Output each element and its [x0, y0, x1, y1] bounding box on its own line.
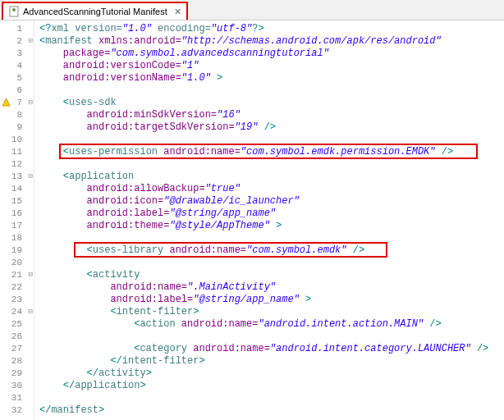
code-line: <uses-sdk [39, 96, 504, 108]
code-line: <action android:name="android.intent.act… [39, 317, 504, 330]
gutter-line: 26 [0, 330, 34, 342]
svg-point-1 [12, 8, 16, 11]
gutter-line: 19 [0, 244, 34, 256]
gutter-line: 30 [0, 379, 34, 391]
manifest-file-icon [8, 6, 20, 17]
code-line [39, 256, 504, 268]
editor-tab[interactable]: AdvancedScanningTutorial Manifest ✕ [2, 2, 188, 20]
code-area[interactable]: <?xml version="1.0" encoding="utf-8"?><m… [34, 21, 504, 420]
gutter-line: 5 [0, 71, 34, 84]
code-editor[interactable]: 12⊟34567⊟8910111213⊟1415161718192021⊟222… [0, 21, 504, 420]
gutter-line: 2⊟ [0, 34, 34, 47]
close-tab-icon[interactable]: ✕ [174, 7, 181, 17]
code-line: android:icon="@drawable/ic_launcher" [39, 194, 504, 207]
code-line: android:versionName="1.0" > [39, 71, 504, 84]
tab-bar: AdvancedScanningTutorial Manifest ✕ [0, 0, 504, 21]
gutter-line: 13⊟ [0, 170, 34, 182]
code-line: </manifest> [39, 404, 504, 416]
warning-icon [2, 98, 11, 107]
gutter-line: 15 [0, 194, 34, 207]
tab-title: AdvancedScanningTutorial Manifest [23, 7, 167, 16]
gutter-line: 3 [0, 47, 34, 59]
code-line: android:versionCode="1" [39, 59, 504, 71]
code-line: android:minSdkVersion="16" [39, 108, 504, 121]
code-line: <?xml version="1.0" encoding="utf-8"?> [39, 22, 504, 34]
gutter-line: 12 [0, 158, 34, 170]
gutter-line: 11 [0, 145, 34, 158]
gutter-line: 25 [0, 317, 34, 330]
code-line: <application [39, 170, 504, 182]
gutter-line: 7⊟ [0, 96, 34, 108]
gutter-line: 28 [0, 354, 34, 367]
code-line [39, 330, 504, 342]
gutter-line: 4 [0, 59, 34, 71]
gutter-line: 8 [0, 108, 34, 121]
code-line: android:label="@string/app_name" [39, 207, 504, 219]
code-line: <uses-library android:name="com.symbol.e… [39, 244, 504, 256]
gutter-line: 6 [0, 84, 34, 96]
gutter-line: 17 [0, 219, 34, 231]
code-line: </application> [39, 379, 504, 391]
gutter-line: 20 [0, 256, 34, 268]
code-line [39, 158, 504, 170]
fold-toggle-icon[interactable]: ⊟ [29, 171, 33, 180]
code-line: package="com.symbol.advancedscanningtuto… [39, 47, 504, 59]
code-line: </activity> [39, 367, 504, 379]
code-line: <activity [39, 268, 504, 281]
gutter-line: 27 [0, 342, 34, 354]
code-line: <intent-filter> [39, 305, 504, 317]
gutter-line: 21⊟ [0, 268, 34, 281]
code-line: <manifest xmlns:android="http://schemas.… [39, 34, 504, 47]
gutter-line: 32 [0, 404, 34, 416]
code-line: <uses-permission android:name="com.symbo… [39, 145, 504, 158]
fold-toggle-icon[interactable]: ⊟ [29, 270, 33, 279]
gutter-line: 23 [0, 293, 34, 305]
code-line: <category android:name="android.intent.c… [39, 342, 504, 354]
gutter-line: 22 [0, 281, 34, 293]
gutter: 12⊟34567⊟8910111213⊟1415161718192021⊟222… [0, 21, 34, 420]
code-line: android:targetSdkVersion="19" /> [39, 121, 504, 133]
gutter-line: 14 [0, 182, 34, 194]
code-line [39, 231, 504, 244]
code-line: android:theme="@style/AppTheme" > [39, 219, 504, 231]
gutter-line: 1 [0, 22, 34, 34]
fold-toggle-icon[interactable]: ⊟ [29, 98, 33, 107]
gutter-line: 16 [0, 207, 34, 219]
code-line: </intent-filter> [39, 354, 504, 367]
fold-toggle-icon[interactable]: ⊟ [29, 36, 33, 45]
code-line [39, 391, 504, 404]
gutter-line: 31 [0, 391, 34, 404]
code-line: android:label="@string/app_name" > [39, 293, 504, 305]
code-line [39, 84, 504, 96]
fold-toggle-icon[interactable]: ⊟ [29, 307, 33, 316]
gutter-line: 9 [0, 121, 34, 133]
gutter-line: 18 [0, 231, 34, 244]
code-line: android:allowBackup="true" [39, 182, 504, 194]
gutter-line: 10 [0, 133, 34, 145]
code-line: android:name=".MainActivity" [39, 281, 504, 293]
code-line [39, 133, 504, 145]
gutter-line: 24⊟ [0, 305, 34, 317]
gutter-line: 29 [0, 367, 34, 379]
